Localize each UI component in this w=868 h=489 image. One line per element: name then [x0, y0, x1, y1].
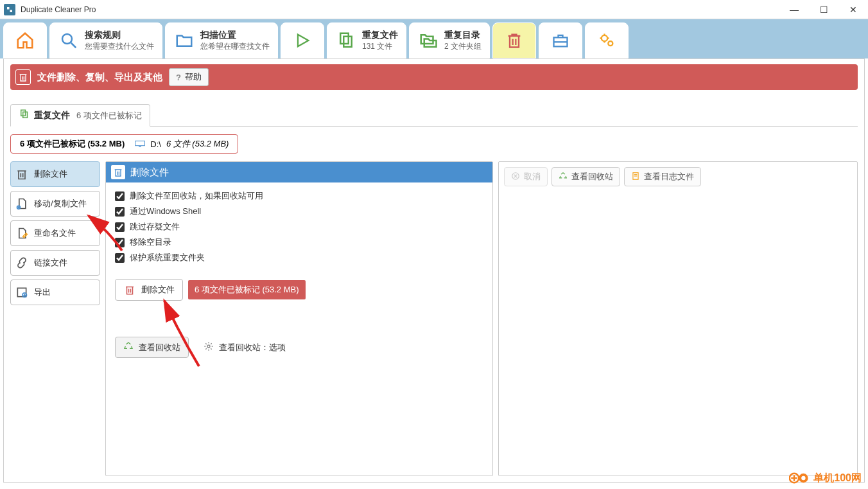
svg-rect-17 [135, 141, 145, 145]
view-recycle-label-right: 查看回收站 [571, 171, 613, 182]
tab-duplicate-folders[interactable]: 重复目录 2 文件夹组 [409, 22, 490, 58]
tab-tools[interactable] [539, 22, 582, 58]
banner-title: 文件删除、复制、导出及其他 [37, 71, 162, 84]
svg-rect-18 [139, 146, 141, 147]
sidebar-rename[interactable]: 重命名文件 [10, 220, 100, 246]
delete-count-badge: 6 项文件已被标记 (53.2 MB) [188, 280, 306, 299]
tab-settings[interactable] [585, 22, 629, 58]
search-icon [58, 30, 80, 51]
rename-icon [15, 226, 29, 240]
sidebar-movecopy-label: 移动/复制文件 [34, 198, 87, 209]
duplicate-files-icon [19, 109, 30, 122]
chk-label: 保护系统重要文件夹 [130, 252, 205, 263]
cancel-button[interactable]: 取消 [504, 167, 548, 186]
tab-duplicate-files[interactable]: 重复文件 131 文件 [327, 22, 406, 58]
close-button[interactable]: ✕ [838, 0, 868, 19]
svg-point-11 [602, 35, 607, 41]
trash-icon [15, 69, 31, 85]
recycle-icon [123, 341, 134, 353]
move-copy-icon [15, 197, 29, 211]
checkbox[interactable] [115, 238, 125, 247]
view-recycle-bin-button-right[interactable]: 查看回收站 [551, 167, 620, 186]
sidebar-export-label: 导出 [34, 287, 51, 298]
help-label: 帮助 [185, 71, 202, 83]
tab-search-rules[interactable]: 搜索规则 您需要查找什么文件 [49, 22, 162, 58]
trash-icon [111, 165, 125, 179]
recycle-bin-options-button[interactable]: 查看回收站：选项 [195, 337, 294, 358]
folder-icon [173, 30, 195, 51]
svg-point-2 [62, 34, 72, 44]
chk-label: 跳过存疑文件 [130, 221, 180, 233]
center-panel: 删除文件 删除文件至回收站，如果回收站可用 通过Windows Shell 跳过… [105, 161, 493, 476]
sidebar-export[interactable]: 导出 [10, 280, 100, 305]
chk-label: 移除空目录 [130, 236, 171, 248]
main-toolbar: 搜索规则 您需要查找什么文件 扫描位置 您希望在哪查找文件 重复文件 131 文… [0, 19, 868, 58]
app-icon [4, 4, 15, 15]
svg-point-39 [801, 476, 805, 480]
sidebar-delete-files[interactable]: 删除文件 [10, 161, 100, 187]
subtab-duplicate-files[interactable]: 重复文件 6 项文件已被标记 [10, 104, 150, 127]
chk-recycle-bin[interactable]: 删除文件至回收站，如果回收站可用 [115, 190, 483, 202]
view-log-button[interactable]: 查看日志文件 [624, 167, 701, 186]
marked-info-pill: 6 项文件已被标记 (53.2 MB) D:\ 6 文件 (53.2 MB) [10, 134, 238, 154]
tab-search-rules-sub: 您需要查找什么文件 [85, 41, 154, 52]
chk-remove-empty-dirs[interactable]: 移除空目录 [115, 236, 483, 248]
sidebar-rename-label: 重命名文件 [34, 227, 76, 239]
delete-files-button[interactable]: 删除文件 [115, 279, 183, 301]
chk-skip-suspect[interactable]: 跳过存疑文件 [115, 221, 483, 233]
svg-point-28 [207, 345, 210, 348]
tab-scan-location[interactable]: 扫描位置 您希望在哪查找文件 [165, 22, 278, 58]
log-icon [631, 172, 640, 182]
watermark-text: 单机100网 [813, 472, 862, 485]
tab-home[interactable] [3, 22, 47, 58]
tab-delete-actions[interactable] [492, 22, 536, 58]
checkbox[interactable] [115, 191, 125, 201]
drive-info: D:\ 6 文件 (53.2 MB) [135, 138, 229, 150]
recycle-buttons-row: 查看回收站 查看回收站：选项 [115, 337, 483, 358]
help-button[interactable]: ? 帮助 [169, 68, 209, 86]
checkbox[interactable] [115, 207, 125, 217]
drive-files: 6 文件 (53.2 MB) [166, 139, 229, 148]
recycle-opts-label: 查看回收站：选项 [219, 342, 286, 353]
recycle-icon [559, 172, 568, 182]
center-panel-header: 删除文件 [106, 162, 492, 182]
sidebar-link-label: 链接文件 [34, 257, 67, 269]
checkbox[interactable] [115, 253, 125, 263]
view-recycle-bin-button[interactable]: 查看回收站 [115, 337, 189, 358]
chk-windows-shell[interactable]: 通过Windows Shell [115, 206, 483, 217]
window-controls: — ☐ ✕ [779, 0, 868, 19]
cancel-icon [511, 172, 520, 182]
sidebar-move-copy[interactable]: 移动/复制文件 [10, 191, 100, 217]
delete-btn-label: 删除文件 [141, 284, 175, 296]
trash-icon [503, 30, 525, 51]
tab-duplicate-files-sub: 131 文件 [362, 41, 398, 52]
sidebar-link[interactable]: 链接文件 [10, 250, 100, 276]
monitor-icon [135, 140, 145, 148]
chk-label: 通过Windows Shell [130, 206, 201, 217]
checkbox[interactable] [115, 222, 125, 232]
duplicate-folders-icon [417, 30, 439, 51]
subtab-count: 6 项文件已被标记 [76, 110, 142, 121]
sub-tab-bar: 重复文件 6 项文件已被标记 [10, 104, 858, 127]
chk-protect-system[interactable]: 保护系统重要文件夹 [115, 252, 483, 263]
svg-line-3 [71, 43, 76, 48]
center-header-title: 删除文件 [130, 166, 169, 179]
export-icon [15, 285, 29, 299]
app-title: Duplicate Cleaner Pro [21, 5, 779, 14]
tab-scan-location-sub: 您希望在哪查找文件 [200, 41, 270, 52]
minimize-button[interactable]: — [779, 0, 809, 19]
titlebar: Duplicate Cleaner Pro — ☐ ✕ [0, 0, 868, 19]
tab-search-rules-title: 搜索规则 [85, 30, 154, 41]
drive-label: D:\ [150, 139, 161, 149]
tab-duplicate-folders-sub: 2 文件夹组 [444, 41, 482, 52]
link-icon [15, 256, 29, 270]
maximize-button[interactable]: ☐ [809, 0, 838, 19]
trash-icon [15, 167, 29, 181]
tab-run-scan[interactable] [281, 22, 324, 58]
svg-point-12 [608, 41, 612, 46]
gear-icon [596, 30, 618, 51]
main-content-row: 删除文件 移动/复制文件 重命名文件 链接文件 [10, 161, 858, 476]
briefcase-icon [550, 30, 571, 51]
chk-label: 删除文件至回收站，如果回收站可用 [130, 190, 263, 202]
center-panel-body: 删除文件至回收站，如果回收站可用 通过Windows Shell 跳过存疑文件 … [106, 182, 492, 366]
